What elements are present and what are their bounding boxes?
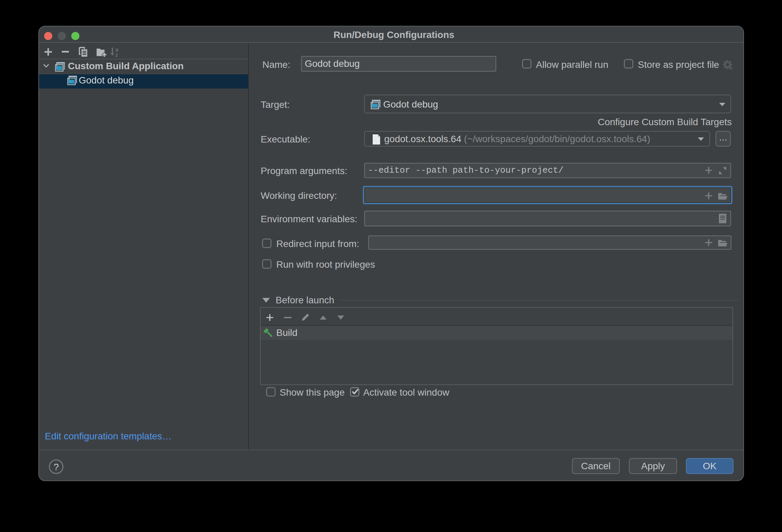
svg-text:z: z	[115, 52, 118, 57]
